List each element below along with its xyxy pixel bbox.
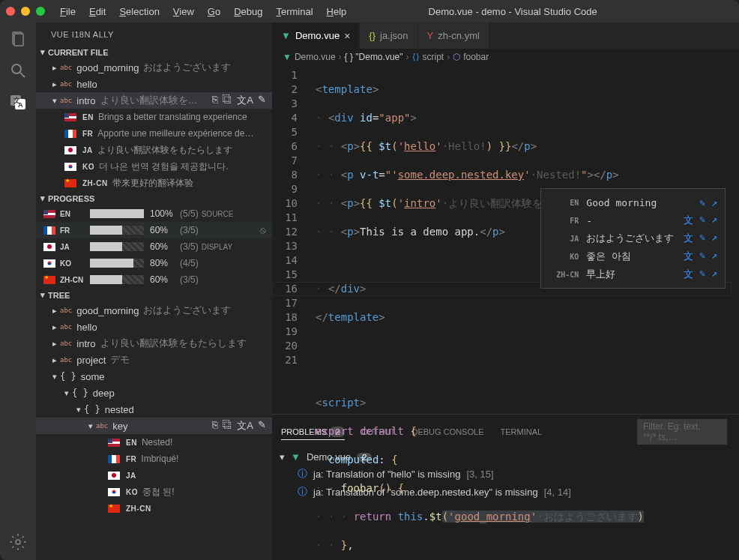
edit-icon[interactable]: ✎ [699,232,705,245]
translation-text: 좋은 아침 [586,250,676,263]
hover-row: KO좋은 아침文✎↗ [549,247,717,265]
window-maximize-button[interactable] [36,7,45,16]
menu-terminal[interactable]: Terminal [270,3,319,20]
edit-icon[interactable]: ✎ [699,197,705,208]
settings-icon[interactable] [9,533,27,551]
flag-icon [43,210,55,218]
svg-point-2 [12,64,21,73]
translate-icon[interactable]: 文 [684,250,693,263]
menu-edit[interactable]: Edit [83,3,112,20]
lang-row[interactable]: ZH-CN [36,500,272,517]
tab-zh-cn-yml[interactable]: Yzh-cn.yml [418,22,489,49]
duplicate-icon[interactable]: ⿻ [223,94,232,107]
section-tree[interactable]: ▾TREE [36,288,272,302]
i18n-ally-icon[interactable]: 文A [9,93,27,111]
tree-row[interactable]: ▸abchello [36,76,272,92]
progress-row[interactable]: KO80%(4/5) [36,255,272,271]
lang-row[interactable]: KO중첩 된! [36,484,272,500]
tree-row-some[interactable]: ▾{ }some [36,368,272,385]
flag-icon [108,439,120,447]
progress-count: (4/5) [180,258,199,268]
lang-row[interactable]: ZH-CN带来更好的翻译体验 [36,175,272,191]
tree-row-nested[interactable]: ▾{ }nested [36,401,272,418]
tree-row-key[interactable]: ▾abckey ⎘⿻文A✎ [36,418,272,434]
code-editor[interactable]: 123456789101112131415161718192021 <templ… [272,65,739,414]
vue-file-icon: ▼ [283,52,292,62]
edit-icon[interactable]: ✎ [699,268,705,281]
tree-row-deep[interactable]: ▾{ }deep [36,385,272,401]
sidebar: VUE I18N ALLY ▾CURRENT FILE ▸abcgood_mor… [36,22,272,560]
menu-selection[interactable]: Selection [113,3,165,20]
edit-icon[interactable]: ✎ [699,214,705,227]
tree-row[interactable]: ▸abcgood_morningおはようございます [36,302,272,319]
progress-pct: 60% [150,225,180,235]
lang-text: Brings a better translating experience [98,112,247,122]
open-icon[interactable]: ↗ [711,197,717,208]
progress-count: (5/5) [180,208,199,219]
window-close-button[interactable] [6,7,15,16]
section-progress[interactable]: ▾PROGRESS [36,191,272,205]
translate-icon[interactable]: 文A [237,94,253,107]
info-icon: ⓘ [298,467,307,481]
lang-row[interactable]: ENBrings a better translating experience [36,109,272,125]
open-icon[interactable]: ↗ [711,250,717,263]
copy-icon[interactable]: ⎘ [212,94,218,107]
code-content[interactable]: <template> · <div id="app"> · · <p>{{ $t… [316,68,739,560]
progress-row[interactable]: FR60%(3/5)⦸ [36,222,272,238]
menu-debug[interactable]: Debug [228,3,268,20]
visibility-off-icon[interactable]: ⦸ [260,225,266,235]
menu-view[interactable]: View [167,3,200,20]
translate-icon[interactable]: 文 [684,214,693,227]
tree-row[interactable]: ▸abchello [36,319,272,335]
tab-demo-vue[interactable]: ▼Demo.vue× [272,22,360,49]
svg-rect-1 [14,34,23,46]
duplicate-icon[interactable]: ⿻ [223,419,232,433]
translation-text: - [586,215,676,226]
lang-row[interactable]: KO더 나은 번역 경험을 제공합니다. [36,158,272,175]
flag-icon [43,243,55,251]
open-icon[interactable]: ↗ [711,268,717,281]
section-current-file[interactable]: ▾CURRENT FILE [36,45,272,59]
lang-row[interactable]: JAより良い翻訳体験をもたらします [36,142,272,158]
translate-icon[interactable]: 文 [684,268,693,281]
progress-row[interactable]: ZH-CN60%(3/5) [36,271,272,288]
tree-row-intro[interactable]: ▾abcintroより良い翻訳体験を… ⎘⿻文A✎ [36,92,272,109]
breadcrumb[interactable]: ▼Demo.vue› { } "Demo.vue"› ⟨⟩script› ⬡fo… [272,49,739,65]
edit-icon[interactable]: ✎ [258,94,266,107]
menu-file[interactable]: File [54,3,82,20]
tab-ja-json[interactable]: {}ja.json [360,22,417,49]
lang-row[interactable]: FRImbriqué! [36,451,272,467]
progress-row[interactable]: EN100%(5/5)SOURCE [36,205,272,222]
lang-row[interactable]: FRApporte une meilleure expérience de… [36,125,272,142]
lang-row[interactable]: ENNested! [36,434,272,451]
copy-icon[interactable]: ⎘ [212,419,218,433]
lang-row[interactable]: JA [36,467,272,484]
tree-row[interactable]: ▸abcprojectデモ [36,352,272,368]
edit-icon[interactable]: ✎ [258,419,266,433]
cube-icon: ⬡ [453,52,460,62]
open-icon[interactable]: ↗ [711,214,717,227]
progress-bar [90,275,144,284]
lang-code: JA [60,243,90,251]
search-icon[interactable] [9,61,27,79]
tree-row[interactable]: ▸abcintroより良い翻訳体験をもたらします [36,335,272,352]
window-title: Demo.vue - demo - Visual Studio Code [352,6,673,17]
window-minimize-button[interactable] [21,7,30,16]
menu-go[interactable]: Go [202,3,226,20]
translate-icon[interactable]: 文 [684,232,693,245]
explorer-icon[interactable] [9,30,27,48]
lang-text: 중첩 된! [142,486,175,499]
progress-row[interactable]: JA60%(3/5)DISPLAY [36,238,272,255]
flag-icon [64,130,76,138]
tree-row[interactable]: ▸abcgood_morningおはようございます [36,59,272,76]
progress-pct: 80% [150,258,180,268]
progress-bar [90,242,144,251]
lang-text: Nested! [142,437,172,448]
progress-pct: 60% [150,241,180,252]
progress-bar [90,209,144,218]
open-icon[interactable]: ↗ [711,232,717,245]
menu-help[interactable]: Help [321,3,353,20]
translate-icon[interactable]: 文A [237,419,253,433]
edit-icon[interactable]: ✎ [699,250,705,263]
close-icon[interactable]: × [344,30,350,42]
